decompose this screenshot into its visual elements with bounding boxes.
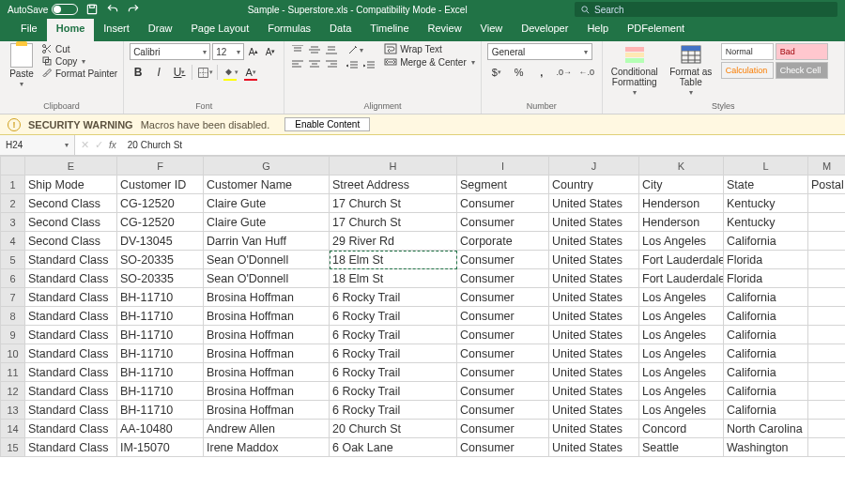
- cell[interactable]: 20 Church St: [330, 420, 457, 438]
- cell[interactable]: Second Class: [25, 232, 117, 251]
- cell[interactable]: BH-11710: [117, 382, 204, 401]
- row-header[interactable]: 11: [1, 363, 25, 382]
- cell[interactable]: Fort Lauderdale: [639, 269, 724, 288]
- cell[interactable]: Consumer: [457, 438, 549, 457]
- cell[interactable]: United States: [549, 307, 639, 326]
- cell[interactable]: 6 Rocky Trail: [330, 401, 457, 420]
- cell[interactable]: [808, 382, 846, 401]
- cell[interactable]: 17 Church St: [330, 213, 457, 232]
- row-header[interactable]: 9: [1, 326, 25, 344]
- cell[interactable]: [808, 269, 846, 288]
- align-center-button[interactable]: [307, 58, 322, 71]
- cut-button[interactable]: Cut: [41, 43, 117, 54]
- align-middle-button[interactable]: [307, 43, 322, 56]
- undo-icon[interactable]: [106, 3, 119, 16]
- search-box[interactable]: Search: [575, 2, 837, 17]
- bold-button[interactable]: B: [130, 64, 146, 81]
- enable-content-button[interactable]: Enable Content: [284, 117, 370, 131]
- cell[interactable]: Brosina Hoffman: [204, 307, 330, 326]
- cell[interactable]: Los Angeles: [639, 307, 724, 326]
- cell[interactable]: [808, 326, 846, 344]
- format-as-table-button[interactable]: Format as Table▾: [665, 43, 717, 97]
- cell[interactable]: United States: [549, 288, 639, 307]
- cell[interactable]: California: [724, 382, 808, 401]
- row-header[interactable]: 2: [1, 194, 25, 213]
- accounting-format-button[interactable]: $▾: [487, 64, 506, 81]
- cell[interactable]: [808, 232, 846, 251]
- paste-button[interactable]: Paste ▾: [6, 43, 38, 88]
- cell[interactable]: California: [724, 232, 808, 251]
- cell[interactable]: United States: [549, 326, 639, 344]
- cell[interactable]: Henderson: [639, 213, 724, 232]
- cell[interactable]: Street Address: [330, 176, 457, 194]
- cell[interactable]: Brosina Hoffman: [204, 363, 330, 382]
- tab-help[interactable]: Help: [577, 19, 618, 41]
- column-header-I[interactable]: I: [457, 157, 549, 176]
- cell[interactable]: Standard Class: [25, 326, 117, 344]
- font-size-select[interactable]: 12▾: [212, 43, 244, 60]
- cell[interactable]: 6 Rocky Trail: [330, 326, 457, 344]
- cell[interactable]: [808, 344, 846, 363]
- cell[interactable]: BH-11710: [117, 344, 204, 363]
- tab-view[interactable]: View: [471, 19, 513, 41]
- tab-pdfelement[interactable]: PDFelement: [618, 19, 694, 41]
- row-header[interactable]: 4: [1, 232, 25, 251]
- tab-insert[interactable]: Insert: [94, 19, 139, 41]
- cell[interactable]: Consumer: [457, 269, 549, 288]
- cell[interactable]: Brosina Hoffman: [204, 288, 330, 307]
- cell[interactable]: Brosina Hoffman: [204, 401, 330, 420]
- cell[interactable]: Customer Name: [204, 176, 330, 194]
- cell[interactable]: [808, 307, 846, 326]
- cell[interactable]: California: [724, 363, 808, 382]
- cell[interactable]: United States: [549, 382, 639, 401]
- merge-center-button[interactable]: Merge & Center▾: [384, 56, 475, 68]
- row-header[interactable]: 7: [1, 288, 25, 307]
- cell[interactable]: Henderson: [639, 194, 724, 213]
- cell[interactable]: Standard Class: [25, 438, 117, 457]
- cell[interactable]: Segment: [457, 176, 549, 194]
- tab-page-layout[interactable]: Page Layout: [181, 19, 258, 41]
- align-top-button[interactable]: [290, 43, 305, 56]
- spreadsheet-grid[interactable]: EFGHIJKLM1Ship ModeCustomer IDCustomer N…: [0, 156, 845, 457]
- cell[interactable]: Standard Class: [25, 288, 117, 307]
- cell[interactable]: BH-11710: [117, 326, 204, 344]
- cell[interactable]: [808, 363, 846, 382]
- increase-decimal-button[interactable]: .0→: [555, 64, 574, 81]
- redo-icon[interactable]: [127, 3, 140, 16]
- column-header-M[interactable]: M: [808, 157, 846, 176]
- cell[interactable]: Sean O'Donnell: [204, 269, 330, 288]
- column-header-J[interactable]: J: [549, 157, 639, 176]
- cell[interactable]: [808, 213, 846, 232]
- autosave-toggle[interactable]: AutoSave: [8, 4, 78, 15]
- cell[interactable]: Standard Class: [25, 420, 117, 438]
- cell[interactable]: California: [724, 326, 808, 344]
- row-header[interactable]: 1: [1, 176, 25, 194]
- cell[interactable]: Andrew Allen: [204, 420, 330, 438]
- cell[interactable]: United States: [549, 269, 639, 288]
- italic-button[interactable]: I: [150, 64, 167, 81]
- cell[interactable]: California: [724, 401, 808, 420]
- cell[interactable]: Consumer: [457, 326, 549, 344]
- name-box[interactable]: H24▾: [0, 135, 75, 155]
- cell[interactable]: Los Angeles: [639, 326, 724, 344]
- cell[interactable]: 6 Rocky Trail: [330, 344, 457, 363]
- row-header[interactable]: 8: [1, 307, 25, 326]
- cell[interactable]: Darrin Van Huff: [204, 232, 330, 251]
- cell[interactable]: Consumer: [457, 307, 549, 326]
- formula-input[interactable]: 20 Church St: [122, 135, 845, 155]
- cell[interactable]: [808, 438, 846, 457]
- cell[interactable]: Consumer: [457, 194, 549, 213]
- cell[interactable]: Consumer: [457, 344, 549, 363]
- cancel-icon[interactable]: ✕: [81, 139, 89, 151]
- orientation-button[interactable]: ▾: [345, 43, 365, 56]
- fill-color-button[interactable]: ▾: [222, 64, 238, 81]
- tab-review[interactable]: Review: [419, 19, 471, 41]
- cell[interactable]: Postal: [808, 176, 846, 194]
- cell[interactable]: 18 Elm St: [330, 251, 457, 269]
- cell[interactable]: Los Angeles: [639, 288, 724, 307]
- conditional-formatting-button[interactable]: Conditional Formatting▾: [608, 43, 661, 97]
- cell[interactable]: BH-11710: [117, 363, 204, 382]
- cell[interactable]: 29 River Rd: [330, 232, 457, 251]
- row-header[interactable]: 13: [1, 401, 25, 420]
- cell[interactable]: United States: [549, 251, 639, 269]
